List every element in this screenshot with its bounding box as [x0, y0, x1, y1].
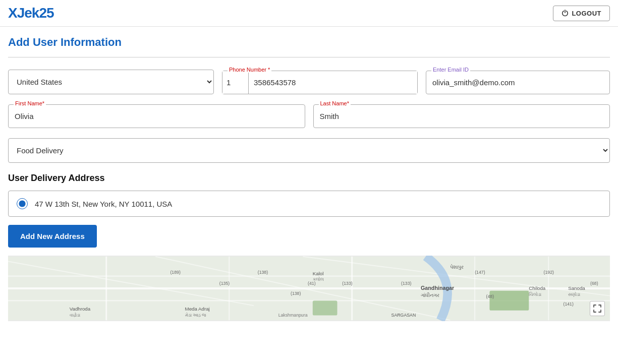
first-name-field: First Name*: [8, 104, 305, 128]
svg-text:(147): (147): [475, 270, 485, 275]
svg-text:Kalol: Kalol: [313, 271, 324, 276]
svg-text:(133): (133): [401, 281, 412, 286]
delivery-section-title: User Delivery Address: [8, 173, 610, 184]
svg-text:Gandhinagar: Gandhinagar: [421, 285, 454, 291]
name-row: First Name* Last Name*: [8, 104, 610, 128]
add-address-button[interactable]: Add New Address: [8, 225, 97, 248]
svg-text:મેડા આડ઼ જ: મેડા આડ઼ જ: [185, 312, 207, 318]
country-select[interactable]: United States Canada United Kingdom Aust…: [8, 70, 214, 94]
svg-text:(189): (189): [170, 270, 181, 275]
phone-code-input[interactable]: [222, 71, 249, 94]
svg-text:(133): (133): [342, 281, 353, 286]
first-name-label: First Name*: [14, 100, 46, 106]
last-name-field: Last Name*: [313, 104, 610, 128]
svg-text:વાઢ઼ોડા: વાઢ઼ોડા: [70, 312, 80, 318]
main-content: Add User Information United States Canad…: [0, 27, 618, 321]
power-icon: [561, 10, 569, 17]
email-label: Enter Email ID: [431, 67, 470, 73]
svg-rect-12: [489, 291, 529, 311]
svg-text:SARGASAN: SARGASAN: [391, 313, 416, 318]
logo-blue-text: 25: [39, 5, 53, 21]
svg-text:(141): (141): [563, 301, 574, 307]
svg-text:(138): (138): [291, 291, 301, 296]
svg-text:ગાંધીનગર: ગાંધીનગર: [421, 292, 439, 298]
logo-black-text: XJek: [8, 5, 39, 21]
svg-rect-13: [313, 300, 338, 315]
map-svg: (41) (133) (133) (135) (138) (147) (192)…: [8, 256, 610, 321]
svg-text:(138): (138): [258, 270, 268, 275]
svg-text:પેશાપુર: પેશાપુર: [450, 264, 464, 270]
phone-group: Phone Number *: [222, 71, 418, 94]
address-card: 47 W 13th St, New York, NY 10011, USA: [8, 191, 610, 217]
service-select-wrapper: Food Delivery Grocery Delivery Package D…: [8, 138, 610, 163]
last-name-input[interactable]: [314, 105, 610, 128]
expand-icon: [593, 305, 601, 313]
first-name-input[interactable]: [9, 105, 305, 128]
divider: [8, 57, 610, 57]
svg-text:ચિલોડા: ચિલોડા: [529, 291, 541, 297]
svg-text:(135): (135): [219, 281, 230, 286]
map-expand-button[interactable]: [590, 301, 605, 316]
header: XJek25 LOGOUT: [0, 0, 618, 27]
page-title: Add User Information: [8, 36, 610, 49]
phone-number-input[interactable]: [249, 71, 417, 94]
svg-text:સણોડા: સણોડા: [568, 291, 580, 297]
svg-text:(68): (68): [590, 281, 598, 286]
svg-text:Lakshmanpura: Lakshmanpura: [278, 313, 308, 318]
svg-text:Sanoda: Sanoda: [568, 285, 585, 291]
last-name-label: Last Name*: [319, 100, 351, 106]
service-select[interactable]: Food Delivery Grocery Delivery Package D…: [8, 138, 610, 163]
logout-button[interactable]: LOGOUT: [553, 6, 610, 21]
svg-text:Chiloda: Chiloda: [529, 285, 546, 291]
country-select-wrapper: United States Canada United Kingdom Aust…: [8, 70, 214, 94]
svg-text:Meda Adraj: Meda Adraj: [185, 306, 210, 312]
svg-text:(48): (48): [486, 294, 494, 299]
svg-text:(192): (192): [544, 270, 554, 275]
map-container: (41) (133) (133) (135) (138) (147) (192)…: [8, 256, 610, 321]
address-radio[interactable]: [17, 198, 28, 209]
address-text: 47 W 13th St, New York, NY 10011, USA: [35, 200, 172, 208]
phone-label: Phone Number *: [228, 67, 271, 73]
logout-label: LOGOUT: [572, 10, 601, 17]
svg-text:કલોલ: કલોલ: [313, 276, 324, 282]
logo: XJek25: [8, 5, 54, 21]
email-wrapper: Enter Email ID: [426, 71, 610, 94]
email-input[interactable]: [426, 71, 609, 94]
top-form-row: United States Canada United Kingdom Aust…: [8, 70, 610, 94]
svg-text:Vadhroda: Vadhroda: [70, 306, 91, 312]
